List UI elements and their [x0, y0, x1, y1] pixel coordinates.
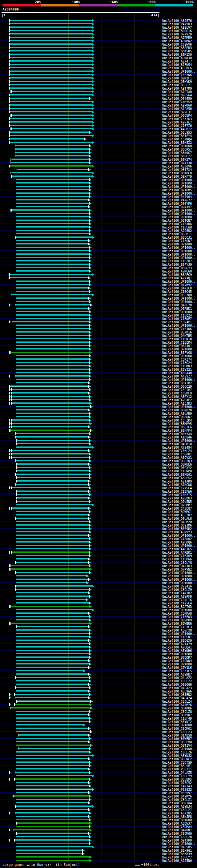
arrowhead-right-icon	[89, 480, 91, 483]
hit-row: UniRef100_B8MMV5	[0, 422, 197, 425]
alignment-start-tick	[10, 172, 10, 174]
hit-row: UniRef100_A4D1G5	[0, 547, 197, 551]
alignment-start-tick	[9, 487, 10, 489]
hsp-bar	[16, 301, 90, 302]
alignment-start-tick	[9, 839, 10, 841]
arrowhead-right-icon	[89, 490, 91, 493]
arrowhead-right-icon	[90, 351, 92, 354]
hsp-bar	[16, 619, 90, 620]
hsp-bar	[16, 406, 91, 407]
hsp-bar	[10, 430, 91, 431]
legend-prefix: Large gaps:	[2, 863, 27, 867]
arrowhead-right-icon	[90, 223, 92, 225]
hit-row: UniRef100_C1BG45	[0, 290, 197, 293]
hsp-bar	[16, 860, 90, 861]
arrowhead-right-icon	[92, 754, 95, 757]
hsp-bar	[16, 382, 89, 383]
hit-row: UniRef100_C1BJD6	[0, 327, 197, 331]
hsp-bar	[16, 220, 90, 221]
arrowhead-right-icon	[92, 134, 95, 137]
hsp-bar	[16, 673, 89, 675]
arrowhead-right-icon	[90, 616, 92, 618]
scale-segment	[117, 4, 155, 6]
arrowhead-right-icon	[90, 155, 92, 157]
hit-row: UniRef100_UPI000..	[0, 842, 197, 845]
arrowhead-right-icon	[90, 324, 92, 327]
hit-row: UniRef100_B6K274	[0, 158, 197, 161]
hit-row: UniRef100_C8CLY7	[0, 856, 197, 859]
arrowhead-right-icon	[90, 710, 92, 713]
hsp-bar	[16, 562, 89, 563]
hit-row: UniRef100_C1BHG6	[0, 557, 197, 561]
hit-row: UniRef100_A6YNJ2	[0, 754, 197, 757]
hsp-bar	[16, 412, 90, 414]
hsp-bar	[10, 118, 92, 119]
arrowhead-right-icon	[90, 290, 92, 293]
hit-row: UniRef100_B5X9G1	[0, 848, 197, 852]
hit-row: UniRef100_Q5RBK1	[0, 307, 197, 310]
hsp-bar	[16, 727, 89, 729]
hit-row: UniRef100_UPI000..	[0, 144, 197, 148]
hsp-bar	[16, 345, 90, 346]
hsp-bar	[16, 792, 89, 793]
arrowhead-right-icon	[90, 524, 92, 527]
arrowhead-right-icon	[90, 202, 92, 205]
hit-row: UniRef100_Q96564	[0, 93, 197, 97]
hit-row: UniRef100_A7KCW8	[0, 483, 197, 486]
hit-row: UniRef100_C1BEW8	[0, 225, 197, 229]
arrowhead-right-icon	[84, 670, 86, 672]
hit-row: UniRef100_C1MYS9	[0, 100, 197, 103]
hsp-bar	[16, 446, 92, 448]
arrowhead-right-icon	[89, 673, 91, 676]
arrowhead-right-icon	[89, 768, 91, 770]
arrowhead-right-icon	[89, 781, 91, 784]
alignment-start-tick	[9, 395, 10, 398]
hit-row: UniRef100_C1BQ24	[0, 313, 197, 317]
hsp-bar	[16, 206, 89, 207]
arrowhead-right-icon	[90, 345, 92, 347]
hit-row: UniRef100_C3KKA8	[0, 612, 197, 615]
hit-row: UniRef100_P55833	[0, 787, 197, 791]
arrowhead-right-icon	[92, 43, 95, 45]
hsp-bar	[11, 565, 90, 566]
hsp-bar	[16, 298, 89, 299]
arrowhead-right-icon	[89, 612, 91, 615]
subject-gap-dash	[10, 321, 11, 322]
arrowhead-right-icon	[89, 287, 91, 289]
arrowhead-right-icon	[90, 439, 92, 442]
arrowhead-right-icon	[90, 195, 92, 198]
hit-row: UniRef100_A3LZ02	[0, 513, 197, 517]
arrowhead-right-icon	[89, 714, 91, 716]
hit-row: UniRef100_Q6CNL2	[0, 757, 197, 761]
arrowhead-right-icon	[89, 463, 91, 466]
subject-gap-dash	[10, 772, 11, 773]
hit-row: UniRef100_A4RBK1	[0, 551, 197, 554]
arrowhead-right-icon	[90, 470, 92, 472]
arrowhead-right-icon	[89, 206, 91, 208]
hit-row: UniRef100_Q4YRY6	[0, 795, 197, 798]
hit-row: UniRef100_UPI000..	[0, 439, 197, 442]
hsp-bar	[16, 666, 89, 668]
scale-tick-label: ~40%	[72, 0, 80, 4]
alignment-start-tick	[9, 703, 10, 706]
arrowhead-right-icon	[90, 402, 92, 405]
hit-row: UniRef100_P35997	[0, 791, 197, 795]
hit-row: UniRef100_Q9XFT9	[0, 175, 197, 178]
arrowhead-right-icon	[90, 216, 92, 218]
hsp-bar	[16, 653, 90, 654]
hit-row: UniRef100_C1BNP0	[0, 469, 197, 473]
hit-row: UniRef100_B5XB39	[0, 852, 197, 856]
hit-label[interactable]: UniRef100_A9J5N0	[162, 859, 192, 863]
hsp-bar	[10, 125, 92, 126]
arrowhead-right-icon	[90, 842, 92, 845]
hsp-bar	[16, 545, 90, 546]
arrowhead-right-icon	[92, 805, 95, 808]
hsp-bar	[15, 145, 90, 146]
alignment-start-tick	[9, 778, 10, 780]
arrowhead-right-icon	[90, 500, 92, 503]
hit-row: UniRef100_UPI000..	[0, 242, 197, 246]
hsp-bar	[16, 555, 90, 556]
hsp-bar	[16, 846, 92, 847]
hit-row: UniRef100_Q8T1V4	[0, 744, 197, 747]
hit-row: UniRef100_UPI000..	[0, 534, 197, 537]
